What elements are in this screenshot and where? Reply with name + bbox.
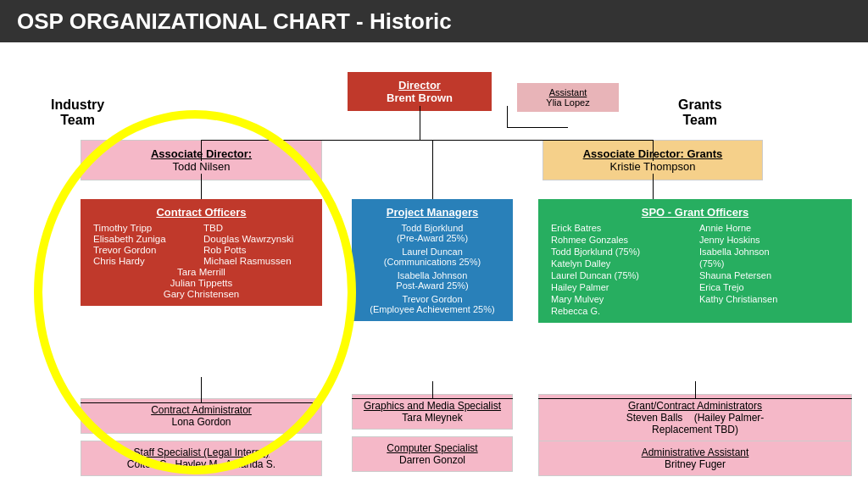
list-item: Michael Rasmussen: [203, 256, 309, 266]
contract-admin-box: Contract Administrator Lona Gordon: [81, 398, 322, 434]
contract-admin-name: Lona Gordon: [86, 416, 317, 428]
graphics-specialist-name: Tara Mleynek: [357, 412, 508, 424]
assoc-director-grants-name: Kristie Thompson: [548, 160, 758, 173]
contract-officers-names: Timothy Tripp TBD Elisabeth Zuniga Dougl…: [85, 223, 318, 299]
list-item: Kathy Christiansen: [699, 294, 839, 304]
list-item: Trevor Gordon(Employee Achievement 25%): [356, 294, 509, 314]
connector-line: [538, 398, 852, 399]
list-item: Tara Merrill: [93, 267, 309, 277]
director-title: Director: [352, 79, 487, 92]
connector-line: [201, 140, 202, 161]
assistant-name: Ylia Lopez: [520, 97, 616, 108]
grants-team-label: GrantsTeam: [678, 97, 722, 128]
connector-line: [432, 381, 433, 398]
list-item: Hailey Palmer: [551, 282, 691, 292]
page-header: OSP ORGANIZATIONAL CHART - Historic: [0, 0, 868, 42]
graphics-specialist-title: Graphics and Media Specialist: [357, 400, 508, 412]
header-title: OSP ORGANIZATIONAL CHART - Historic: [17, 8, 452, 35]
contract-admin-title: Contract Administrator: [86, 404, 317, 416]
list-item: Laurel Duncan(Communications 25%): [356, 247, 509, 267]
list-item: Isabella Johnson: [699, 247, 839, 257]
list-item: TBD: [203, 223, 309, 233]
computer-specialist-name: Darren Gonzol: [357, 454, 508, 466]
assistant-title: Assistant: [520, 87, 616, 97]
list-item: Isabella JohnsonPost-Award 25%): [356, 270, 509, 291]
grant-contract-admin-box: Grant/Contract Administrators Steven Bal…: [538, 394, 852, 441]
computer-specialist-title: Computer Specialist: [357, 442, 508, 454]
list-item: Elisabeth Zuniga: [93, 234, 199, 244]
connector-line: [507, 127, 568, 128]
grant-contract-admin-details: Steven Balls (Hailey Palmer-Replacement …: [543, 412, 847, 435]
list-item: Trevor Gordon: [93, 245, 199, 255]
project-managers-title: Project Managers: [356, 206, 509, 219]
list-item: Katelyn Dalley: [551, 258, 691, 269]
contract-officers-box: Contract Officers Timothy Tripp TBD Elis…: [81, 199, 322, 306]
list-item: Gary Christensen: [93, 289, 309, 299]
graphics-specialist-box: Graphics and Media Specialist Tara Mleyn…: [352, 394, 513, 430]
spo-grant-names: Erick Batres Annie Horne Rohmee Gonzales…: [542, 223, 848, 316]
contract-officers-title: Contract Officers: [85, 206, 318, 219]
list-item: Erica Trejo: [699, 282, 839, 292]
project-managers-box: Project Managers Todd Bjorklund(Pre-Awar…: [352, 199, 513, 321]
list-item: Shauna Petersen: [699, 270, 839, 280]
list-item: Annie Horne: [699, 223, 839, 233]
staff-specialist-box: Staff Specialist (Legal Interns) Colton …: [81, 441, 322, 476]
admin-assistant-box: Administrative Assistant Britney Fuger: [538, 441, 852, 476]
list-item: Julian Tippetts: [93, 278, 309, 288]
list-item: [699, 306, 839, 316]
list-item: Rohmee Gonzales: [551, 235, 691, 245]
industry-team-label: IndustryTeam: [51, 97, 104, 128]
list-item: Timothy Tripp: [93, 223, 199, 233]
admin-assistant-name: Britney Fuger: [543, 458, 847, 470]
assoc-director-todd-name: Todd Nilsen: [86, 160, 317, 173]
staff-specialist-name: Colton C., Hayley M., Amanda S.: [86, 458, 317, 470]
spo-grant-officers-box: SPO - Grant Officers Erick Batres Annie …: [538, 199, 852, 323]
list-item: Douglas Wawrzynski: [203, 234, 309, 244]
connector-line: [653, 140, 654, 161]
list-item: Laurel Duncan (75%): [551, 270, 691, 280]
list-item: Rebecca G.: [551, 306, 691, 316]
list-item: (75%): [699, 258, 839, 269]
assistant-box: Assistant Ylia Lopez: [517, 83, 619, 112]
grant-contract-admin-title: Grant/Contract Administrators: [543, 400, 847, 412]
list-item: Mary Mulvey: [551, 294, 691, 304]
connector-line: [201, 140, 653, 141]
computer-specialist-box: Computer Specialist Darren Gonzol: [352, 436, 513, 472]
list-item: Todd Bjorklund(Pre-Award 25%): [356, 223, 509, 243]
connector-line: [81, 402, 322, 403]
connector-line: [653, 174, 654, 199]
list-item: Todd Bjorklund (75%): [551, 247, 691, 257]
connector-line: [695, 381, 696, 398]
staff-specialist-title: Staff Specialist (Legal Interns): [86, 446, 317, 458]
connector-line: [432, 140, 433, 199]
connector-line: [352, 398, 513, 399]
connector-line: [201, 174, 202, 199]
admin-assistant-title: Administrative Assistant: [543, 446, 847, 458]
connector-line: [420, 106, 420, 140]
list-item: Chris Hardy: [93, 256, 199, 266]
list-item: Rob Potts: [203, 245, 309, 255]
chart-area: IndustryTeam GrantsTeam Director Brent B…: [0, 42, 868, 488]
connector-line: [507, 106, 508, 127]
list-item: Jenny Hoskins: [699, 235, 839, 245]
spo-grant-title: SPO - Grant Officers: [542, 206, 848, 219]
connector-line: [201, 377, 202, 402]
list-item: Erick Batres: [551, 223, 691, 233]
director-name: Brent Brown: [352, 92, 487, 104]
